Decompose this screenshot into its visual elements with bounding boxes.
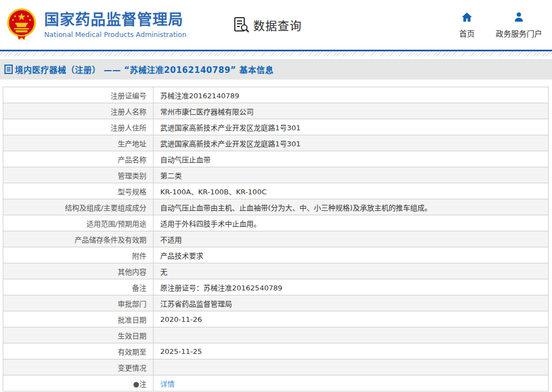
site-title: 国家药品监督管理局: [44, 11, 186, 28]
data-query-icon: [233, 17, 250, 33]
table-row: 产品储存条件及有效期不适用: [3, 231, 549, 247]
row-label: 生产地址: [3, 135, 154, 151]
table-row: 型号规格KR-100A、KR-100B、KR-100C: [3, 183, 549, 199]
row-label: 适用范围/预期用途: [3, 215, 154, 231]
logo-text: 国家药品监督管理局 National Medical Products Admi…: [44, 11, 186, 38]
row-value: 苏械注准20162140789: [154, 87, 549, 103]
hatch-pattern-band: [0, 51, 552, 56]
row-value: [154, 327, 549, 343]
row-value: KR-100A、KR-100B、KR-100C: [154, 183, 549, 199]
row-value: 第二类: [154, 167, 549, 183]
table-row: 审批部门江苏省药品监督管理局: [3, 295, 549, 311]
table-row: 其他内容无: [3, 263, 549, 279]
row-label: 注册证编号: [3, 87, 154, 103]
header-nav: 首页 政务服务门户: [459, 11, 542, 39]
row-value: 2020-11-26: [154, 311, 549, 327]
row-label: 其他内容: [3, 263, 154, 279]
page-header: 国家药品监督管理局 National Medical Products Admi…: [0, 0, 552, 50]
table-row: 结构及组成/主要组成成分自动气压止血带由主机、止血袖带(分为大、中、小三种规格)…: [3, 199, 549, 215]
row-label: 结构及组成/主要组成成分: [3, 199, 154, 215]
breadcrumb: 境内医疗器械（注册） —— “苏械注准20162140789” 基本信息: [15, 63, 274, 75]
row-value: 不适用: [154, 231, 549, 247]
row-value: 适用于外科四肢手术中止血用。: [154, 215, 549, 231]
row-value: 武进国家高新技术产业开发区龙庭路1号301: [154, 135, 549, 151]
row-value: 江苏省药品监督管理局: [154, 295, 549, 311]
row-value: [154, 359, 549, 375]
row-label: 审批部门: [3, 295, 154, 311]
row-value: 产品技术要求: [154, 247, 549, 263]
row-label: 型号规格: [3, 183, 154, 199]
table-row: 变更情况: [3, 359, 549, 375]
row-label: ●注: [3, 375, 154, 391]
row-value: 原注册证号：苏械注准20162540789: [154, 279, 549, 295]
table-row: 注册人名称常州市康仁医疗器械有限公司: [3, 103, 549, 119]
row-label: 产品储存条件及有效期: [3, 231, 154, 247]
row-label: 注册人名称: [3, 103, 154, 119]
row-label: 附件: [3, 247, 154, 263]
table-row: ●注详情: [3, 375, 549, 391]
detail-link[interactable]: 详情: [160, 380, 175, 388]
table-row: 生效日期: [3, 327, 549, 343]
national-emblem-icon: [4, 7, 39, 43]
table-row: 管理类别第二类: [3, 167, 549, 183]
nav-label: 政务服务门户: [496, 28, 542, 39]
row-label: 管理类别: [3, 167, 154, 183]
row-value: 自动气压止血带由主机、止血袖带(分为大、中、小三种规格)及承放主机的推车组成。: [154, 199, 549, 215]
table-row: 注册人住所武进国家高新技术产业开发区龙庭路1号301: [3, 119, 549, 135]
home-icon: [461, 11, 473, 23]
table-row: 生产地址武进国家高新技术产业开发区龙庭路1号301: [3, 135, 549, 151]
table-row: 备注原注册证号：苏械注准20162540789: [3, 279, 549, 295]
data-query-label: 数据查询: [253, 17, 302, 33]
table-row: 批准日期2020-11-26: [3, 311, 549, 327]
row-label: 变更情况: [3, 359, 154, 375]
row-value: 详情: [154, 375, 549, 391]
document-icon: [4, 65, 13, 74]
nav-label: 首页: [459, 28, 475, 39]
nav-item-home[interactable]: 首页: [459, 11, 475, 39]
nav-item-portal[interactable]: 政务服务门户: [496, 11, 542, 39]
row-value: 2025-11-25: [154, 343, 549, 359]
table-row: 产品名称自动气压止血带: [3, 151, 549, 167]
row-label: 生效日期: [3, 327, 154, 343]
row-value: 自动气压止血带: [154, 151, 549, 167]
registration-info-table: 注册证编号苏械注准20162140789 注册人名称常州市康仁医疗器械有限公司 …: [3, 87, 549, 391]
row-label: 批准日期: [3, 311, 154, 327]
row-value: 无: [154, 263, 549, 279]
row-value: 常州市康仁医疗器械有限公司: [154, 103, 549, 119]
site-subtitle: National Medical Products Administration: [44, 30, 186, 39]
nmpa-logo: 国家药品监督管理局 National Medical Products Admi…: [4, 7, 186, 43]
table-row: 附件产品技术要求: [3, 247, 549, 263]
row-label: 注册人住所: [3, 119, 154, 135]
table-row: 适用范围/预期用途适用于外科四肢手术中止血用。: [3, 215, 549, 231]
user-icon: [513, 11, 525, 23]
row-label: 有效期至: [3, 343, 154, 359]
row-value: 武进国家高新技术产业开发区龙庭路1号301: [154, 119, 549, 135]
breadcrumb-bar: 境内医疗器械（注册） —— “苏械注准20162140789” 基本信息: [0, 59, 552, 80]
row-label: 备注: [3, 279, 154, 295]
table-row: 有效期至2025-11-25: [3, 343, 549, 359]
table-row: 注册证编号苏械注准20162140789: [3, 87, 549, 103]
row-label: 产品名称: [3, 151, 154, 167]
data-query-section: 数据查询: [233, 17, 302, 33]
